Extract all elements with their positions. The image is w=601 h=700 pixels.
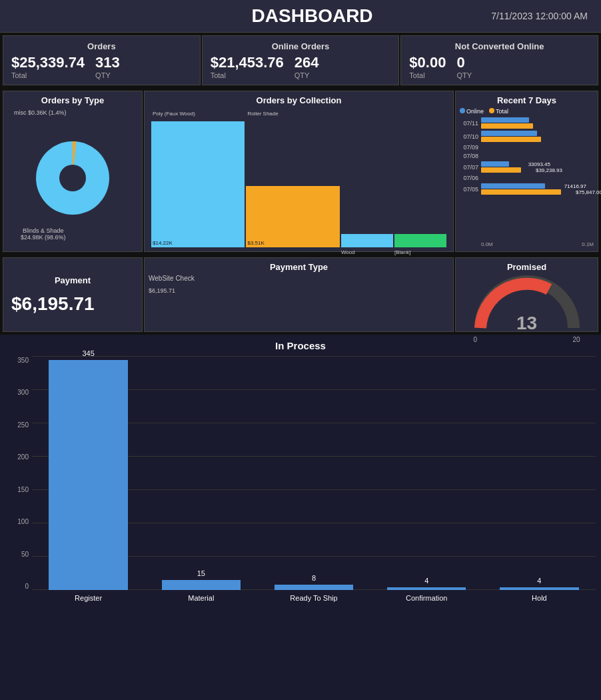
r7-row: 07/10 [460,131,594,142]
gauge-container: 13 0 20 [460,275,594,343]
payment-row: Payment $6,195.71 Payment Type WebSite C… [0,255,601,335]
r7-row: 07/0733093.45$39,238.93 [460,161,594,173]
in-process-section: In Process 050100150200250300350 3451584… [0,335,601,615]
kpi-nc-qty-sub: QTY [456,71,472,79]
bc-bar-group: 4 [483,357,596,590]
payment-title: Payment [11,275,134,285]
promised-card: Promised 13 0 20 [455,257,598,332]
in-process-chart: 050100150200250300350 34515844 RegisterM… [5,357,596,610]
bc-x-labels: RegisterMaterialReady To ShipConfirmatio… [32,591,596,610]
orders-by-collection-card: Orders by Collection Poly (Faux Wood) $1… [144,91,454,252]
kpi-nc-amount: $0.00 [409,54,446,71]
kpi-online-amount: $21,453.76 [211,54,284,71]
payment-type-value: $6,195.71 [149,287,449,294]
bc-x-label: Register [32,591,145,610]
col-bar1-label: Poly (Faux Wood) [153,111,195,117]
r7-legend: Online Total [460,108,594,115]
bc-x-label: Confirmation [370,591,483,610]
kpi-orders-amount-sub: Total [11,71,85,79]
header: DASHBOARD 7/11/2023 12:00:00 AM [0,0,601,33]
orders-by-type-card: Orders by Type misc $0.36K (1.4%) Blinds… [3,91,143,252]
payment-card: Payment $6,195.71 [3,257,143,332]
kpi-online-qty: 264 [295,54,319,71]
r7-row: 07/11 [460,117,594,129]
kpi-nc-qty: 0 [456,54,472,71]
payment-type-title: Payment Type [149,262,449,272]
r7-bars: 07/1107/1007/0907/0807/0733093.45$39,238… [460,117,594,240]
kpi-orders-title: Orders [11,41,192,51]
kpi-row: Orders $25,339.74 Total 313 QTY Online O… [0,33,601,88]
col-bar2-val: $3.51K [247,240,264,246]
bc-bar-group: 15 [145,357,257,590]
col-bar3-label: Wood [341,249,355,255]
kpi-online-title: Online Orders [211,41,391,51]
bc-plot: 34515844 [32,357,596,590]
payment-type-label: WebSite Check [149,275,449,282]
r7-axis: 0.0M 0.1M [460,241,594,247]
bc-y-axis: 050100150200250300350 [5,357,29,590]
page-title: DASHBOARD [133,5,491,27]
promised-title: Promised [460,262,594,272]
kpi-online-orders: Online Orders $21,453.76 Total 264 QTY [202,35,400,85]
gauge-axis: 0 20 [474,336,580,343]
bc-bar-group: 4 [370,357,483,590]
kpi-orders-qty: 313 [95,54,120,71]
r7-row: 07/0571416.97$75,847.00 [460,183,594,195]
r7-row: 07/06 [460,175,594,181]
bc-x-label: Material [145,591,257,610]
col-bar4-label: [Blank] [394,249,410,255]
kpi-not-converted: Not Converted Online $0.00 Total 0 QTY [400,35,598,85]
gauge-max: 20 [572,336,580,343]
kpi-orders-qty-sub: QTY [95,71,120,79]
orders-by-type-title: Orders by Type [7,95,138,105]
pie-chart-container: misc $0.36K (1.4%) Blinds & Shade $24.98… [7,108,138,247]
kpi-online-amount-sub: Total [211,71,284,79]
kpi-nc-title: Not Converted Online [409,41,590,51]
pie-blinds-label: Blinds & Shade $24.98K (98.6%) [21,227,66,241]
gauge-min: 0 [474,336,478,343]
col-bar1-val: $14.22K [153,240,173,246]
recent-7-days-title: Recent 7 Days [460,95,594,105]
col-bar2-label: Roller Shade [247,111,278,117]
header-datetime: 7/11/2023 12:00:00 AM [491,11,588,21]
pie-chart [26,131,119,225]
mid-row: Orders by Type misc $0.36K (1.4%) Blinds… [0,88,601,255]
payment-amount: $6,195.71 [11,293,134,315]
r7-row: 07/09 [460,144,594,151]
kpi-online-qty-sub: QTY [295,71,319,79]
kpi-orders-amount: $25,339.74 [11,54,85,71]
bc-bar-group: 345 [32,357,145,590]
pie-misc-label: misc $0.36K (1.4%) [14,109,67,116]
recent-7-days-card: Recent 7 Days Online Total 07/1107/1007/… [455,91,598,252]
bc-bar-group: 8 [257,357,370,590]
payment-type-bar-container: WebSite Check $6,195.71 [149,275,449,294]
svg-point-1 [59,165,86,191]
kpi-orders: Orders $25,339.74 Total 313 QTY [3,35,201,85]
kpi-nc-amount-sub: Total [409,71,446,79]
bc-x-label: Hold [483,591,596,610]
payment-type-card: Payment Type WebSite Check $6,195.71 [144,257,454,332]
gauge-value: 13 [516,313,537,334]
bc-x-label: Ready To Ship [257,591,370,610]
r7-row: 07/08 [460,153,594,159]
orders-by-collection-title: Orders by Collection [149,95,449,105]
